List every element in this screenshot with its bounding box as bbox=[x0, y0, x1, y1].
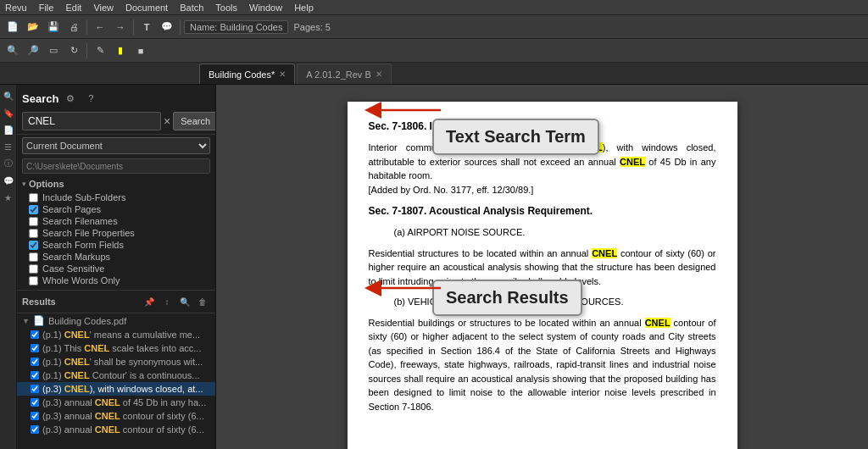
search-markups-checkbox[interactable] bbox=[29, 252, 38, 262]
option-search-file-props: Search File Properties bbox=[22, 227, 210, 239]
zoom-in-btn[interactable]: 🔍 bbox=[3, 42, 22, 60]
result-item-2[interactable]: (p.1) CNEL' shall be synonymous wit... bbox=[17, 355, 215, 369]
result-checkbox-2[interactable] bbox=[31, 358, 39, 366]
result-text-4: (p.3) CNEL), with windows closed, at... bbox=[42, 384, 203, 394]
stamp-btn[interactable]: ■ bbox=[131, 42, 150, 60]
sidebar-icons: 🔍 🔖 📄 ☰ ⓘ 💬 ★ bbox=[0, 85, 17, 449]
result-text-1: (p.1) This CNEL scale takes into acc... bbox=[42, 343, 201, 353]
include-sub-folders-label: Include Sub-Folders bbox=[42, 192, 125, 202]
result-text-2: (p.1) CNEL' shall be synonymous wit... bbox=[42, 357, 203, 367]
pen-btn[interactable]: ✎ bbox=[91, 42, 109, 60]
comment-btn[interactable]: 💬 bbox=[158, 18, 176, 36]
print-btn[interactable]: 🖨 bbox=[64, 18, 83, 36]
bookmarks-icon[interactable]: 🔖 bbox=[1, 105, 16, 120]
menu-bar: Revu File Edit View Document Batch Tools… bbox=[0, 0, 868, 15]
whole-words-checkbox[interactable] bbox=[29, 276, 38, 285]
highlight-cnel-4: CNEL bbox=[645, 318, 670, 328]
fit-page-btn[interactable]: ▭ bbox=[44, 42, 63, 60]
path-input[interactable] bbox=[22, 158, 210, 174]
options-header[interactable]: ▾ Options bbox=[22, 179, 210, 189]
result-checkbox-6[interactable] bbox=[31, 412, 39, 420]
toolbar-2: 🔍 🔎 ▭ ↻ ✎ ▮ ■ bbox=[0, 39, 868, 63]
menu-revu[interactable]: Revu bbox=[5, 3, 27, 13]
tab-a2012-label: A 2.01.2_Rev B bbox=[306, 69, 370, 80]
result-text-5: (p.3) annual CNEL of 45 Db in any ha... bbox=[42, 397, 206, 407]
section2-p2: Residential buildings or structures to b… bbox=[369, 316, 716, 414]
search-form-fields-checkbox[interactable] bbox=[29, 241, 38, 250]
scope-select[interactable]: Current Document bbox=[22, 137, 210, 154]
result-item-4[interactable]: (p.3) CNEL), with windows closed, at... bbox=[17, 382, 215, 396]
result-checkbox-4[interactable] bbox=[31, 385, 39, 393]
result-item-3[interactable]: (p.1) CNEL Contour' is a continuous... bbox=[17, 369, 215, 382]
save-btn[interactable]: 💾 bbox=[44, 18, 63, 36]
section2-sub2: (b) VEHICULAR AND INDUSTRIAL NOISE SOURC… bbox=[394, 295, 716, 309]
path-row bbox=[17, 157, 215, 175]
results-search-icon[interactable]: 🔍 bbox=[177, 294, 192, 309]
stamps-icon[interactable]: ★ bbox=[1, 190, 16, 205]
comments-icon[interactable]: 💬 bbox=[1, 173, 16, 188]
search-markups-label: Search Markups bbox=[42, 252, 110, 262]
clear-search-button[interactable]: × bbox=[164, 112, 170, 130]
layers-icon[interactable]: ☰ bbox=[1, 139, 16, 154]
menu-edit[interactable]: Edit bbox=[65, 3, 81, 13]
tab-building-codes-close[interactable]: ✕ bbox=[279, 69, 286, 79]
case-sensitive-checkbox[interactable] bbox=[29, 264, 38, 274]
options-section: ▾ Options Include Sub-Folders Search Pag… bbox=[17, 175, 215, 291]
option-search-filenames: Search Filenames bbox=[22, 215, 210, 227]
search-header: Search ⚙ ? × Search bbox=[17, 85, 215, 135]
undo-btn[interactable]: ← bbox=[91, 18, 109, 36]
redo-btn[interactable]: → bbox=[111, 18, 130, 36]
menu-view[interactable]: View bbox=[93, 3, 114, 13]
highlight-btn[interactable]: ▮ bbox=[111, 42, 130, 60]
search-options-icon[interactable]: ⚙ bbox=[62, 90, 79, 107]
results-header: Results 📌 ↕ 🔍 🗑 bbox=[17, 291, 215, 313]
result-item-0[interactable]: (p.1) CNEL' means a cumulative me... bbox=[17, 328, 215, 341]
text-btn[interactable]: T bbox=[137, 18, 156, 36]
result-item-5[interactable]: (p.3) annual CNEL of 45 Db in any ha... bbox=[17, 396, 215, 409]
properties-icon[interactable]: ⓘ bbox=[1, 156, 16, 171]
result-item-7[interactable]: (p.3) annual CNEL contour of sixty (6... bbox=[17, 423, 215, 436]
rotate-btn[interactable]: ↻ bbox=[64, 42, 83, 60]
results-pin-icon[interactable]: 📌 bbox=[142, 294, 157, 309]
search-pages-checkbox[interactable] bbox=[29, 205, 38, 214]
pages-icon[interactable]: 📄 bbox=[1, 122, 16, 137]
option-search-markups: Search Markups bbox=[22, 251, 210, 263]
result-checkbox-7[interactable] bbox=[31, 425, 39, 434]
search-help-icon[interactable]: ? bbox=[82, 90, 99, 107]
result-checkbox-0[interactable] bbox=[31, 330, 39, 339]
scope-row: Current Document bbox=[17, 135, 215, 157]
menu-tools[interactable]: Tools bbox=[215, 3, 237, 13]
results-section: Results 📌 ↕ 🔍 🗑 ▼ 📄 Building Codes.pdf (… bbox=[17, 291, 215, 449]
result-checkbox-1[interactable] bbox=[31, 344, 39, 352]
search-filenames-checkbox[interactable] bbox=[29, 217, 38, 226]
doc-area: Sec. 7-1806. Interior Noise Level Requir… bbox=[216, 85, 868, 449]
results-expand-icon[interactable]: ↕ bbox=[159, 294, 175, 309]
search-file-props-checkbox[interactable] bbox=[29, 229, 38, 238]
menu-document[interactable]: Document bbox=[125, 3, 168, 13]
menu-batch[interactable]: Batch bbox=[180, 3, 203, 13]
new-btn[interactable]: 📄 bbox=[3, 18, 22, 36]
tab-a2012-close[interactable]: ✕ bbox=[376, 69, 382, 79]
results-file-icon: 📄 bbox=[33, 315, 45, 326]
open-btn[interactable]: 📂 bbox=[24, 18, 42, 36]
search-input[interactable] bbox=[22, 112, 161, 130]
menu-help[interactable]: Help bbox=[294, 3, 314, 13]
menu-file[interactable]: File bbox=[39, 3, 54, 13]
results-file-item[interactable]: ▼ 📄 Building Codes.pdf bbox=[17, 313, 215, 328]
result-checkbox-5[interactable] bbox=[31, 398, 39, 407]
result-text-7: (p.3) annual CNEL contour of sixty (6... bbox=[42, 424, 204, 435]
search-nav-icon[interactable]: 🔍 bbox=[1, 88, 16, 103]
results-label: Results bbox=[22, 297, 56, 307]
tab-building-codes[interactable]: Building Codes* ✕ bbox=[199, 64, 295, 84]
tab-a2012-rev-b[interactable]: A 2.01.2_Rev B ✕ bbox=[297, 64, 391, 84]
result-checkbox-3[interactable] bbox=[31, 371, 39, 380]
search-button[interactable]: Search bbox=[173, 112, 216, 130]
result-item-1[interactable]: (p.1) This CNEL scale takes into acc... bbox=[17, 341, 215, 355]
results-delete-icon[interactable]: 🗑 bbox=[195, 294, 210, 309]
section2-title: Sec. 7-1807. Acoustical Analysis Require… bbox=[369, 203, 716, 219]
include-sub-folders-checkbox[interactable] bbox=[29, 193, 38, 202]
result-item-6[interactable]: (p.3) annual CNEL contour of sixty (6... bbox=[17, 409, 215, 423]
zoom-out-btn[interactable]: 🔎 bbox=[24, 42, 42, 60]
results-file-name: Building Codes.pdf bbox=[48, 316, 126, 326]
menu-window[interactable]: Window bbox=[249, 3, 282, 13]
